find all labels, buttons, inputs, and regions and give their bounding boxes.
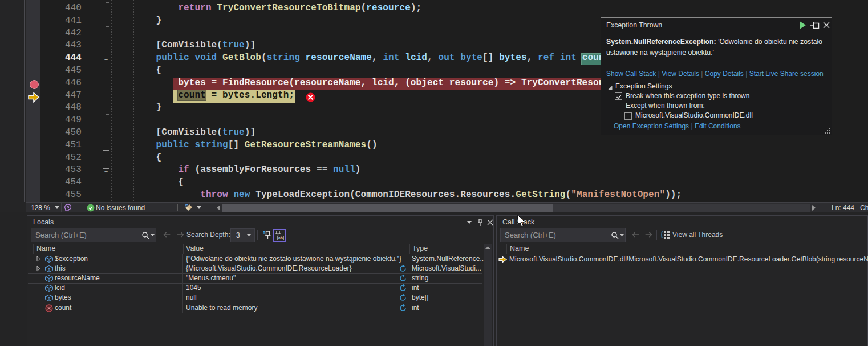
svg-text:ab: ab xyxy=(278,236,283,240)
